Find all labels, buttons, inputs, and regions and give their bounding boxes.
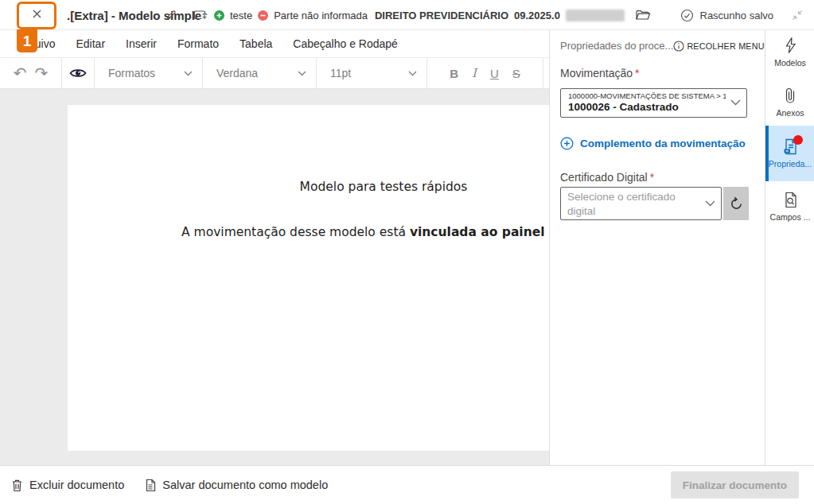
text-style-group: B I U S xyxy=(427,58,543,88)
delete-document-label: Excluir documento xyxy=(29,479,124,491)
collapse-menu-button[interactable]: RECOLHER MENU xyxy=(673,41,764,52)
movimentacao-path: 1000000-MOVIMENTAÇÕES DE SISTEMA > 10 xyxy=(568,91,726,100)
history-group: ↶ ↷ xyxy=(0,58,62,88)
formats-dropdown[interactable]: Formatos xyxy=(95,58,203,88)
certificado-placeholder: Selecione o certificado digital xyxy=(567,191,676,217)
close-button[interactable] xyxy=(17,2,56,29)
menu-inserir[interactable]: Inserir xyxy=(115,37,167,50)
tab-propriedades-label: Proprieda... xyxy=(769,159,812,169)
tag-removed-label: Parte não informada xyxy=(274,10,368,21)
chevron-down-icon xyxy=(730,99,741,106)
chevron-down-icon xyxy=(705,200,715,207)
edit-title-pencil-icon[interactable] xyxy=(165,9,177,25)
check-circle-icon xyxy=(680,9,694,22)
chevron-down-icon xyxy=(298,71,306,76)
menu-tabela[interactable]: Tabela xyxy=(229,37,282,50)
strikethrough-button[interactable]: S xyxy=(512,67,520,80)
editor-canvas-area: Modelo para testes rápidos A movimentaçã… xyxy=(0,89,549,465)
plus-circle-icon xyxy=(560,137,574,150)
preview-group xyxy=(62,58,95,88)
movimentacao-value: 1000026 - Cadastrado xyxy=(568,101,726,113)
tab-anexos-label: Anexos xyxy=(776,108,804,118)
tab-campos[interactable]: Campos ... xyxy=(765,188,814,226)
case-meta-strip: teste Parte não informada DIREITO PREVID… xyxy=(193,0,651,30)
required-asterisk: * xyxy=(650,171,654,184)
save-as-template-label: Salvar documento como modelo xyxy=(162,479,328,491)
folder-icon[interactable] xyxy=(635,9,651,21)
format-toolbar: ↶ ↷ Formatos Verdana 11pt B I U S xyxy=(0,57,549,89)
required-asterisk: * xyxy=(635,67,639,79)
menu-cabecalho-rodape[interactable]: Cabeçalho e Rodapé xyxy=(282,37,408,50)
document-text-body: A movimentação desse modelo está vincula… xyxy=(68,225,549,239)
undo-icon[interactable]: ↶ xyxy=(14,65,27,81)
menu-formato[interactable]: Formato xyxy=(167,37,229,50)
right-tab-sidebar: Modelos Anexos Proprieda... Campos ... xyxy=(765,30,814,465)
document-editor-window: 1 .[Extra] - Modelo simples teste Parte … xyxy=(0,0,814,504)
notification-dot xyxy=(793,135,803,145)
collapse-window-icon[interactable] xyxy=(791,9,804,21)
complemento-movimentacao-link[interactable]: Complemento da movimentação xyxy=(560,137,746,150)
annotation-badge: 1 xyxy=(17,29,37,52)
paperclip-icon xyxy=(785,87,796,104)
tag-added-label: teste xyxy=(230,10,252,21)
tag-removed-icon xyxy=(258,10,268,21)
formats-dropdown-value: Formatos xyxy=(108,67,155,79)
menu-bar: Arquivo Editar Inserir Formato Tabela Ca… xyxy=(0,30,549,57)
document-title: .[Extra] - Modelo simples xyxy=(67,0,208,30)
draft-status-label: Rascunho salvo xyxy=(700,10,774,21)
case-area-label: DIREITO PREVIDENCIÁRIO xyxy=(375,10,508,21)
delete-document-button[interactable]: Excluir documento xyxy=(11,479,124,492)
lightning-icon xyxy=(783,37,798,54)
chevron-down-icon xyxy=(408,71,417,76)
font-family-dropdown[interactable]: Verdana xyxy=(203,58,317,88)
italic-button[interactable]: I xyxy=(472,66,477,80)
collapse-menu-label: RECOLHER MENU xyxy=(687,41,764,51)
redo-icon[interactable]: ↷ xyxy=(35,65,49,81)
document-search-icon xyxy=(783,192,798,208)
bold-button[interactable]: B xyxy=(450,67,458,80)
trash-icon xyxy=(11,479,23,492)
properties-panel: Propriedades do proce... RECOLHER MENU M… xyxy=(549,30,765,465)
document-page[interactable]: Modelo para testes rápidos A movimentaçã… xyxy=(68,105,549,451)
menu-editar[interactable]: Editar xyxy=(65,37,115,50)
tab-propriedades-active[interactable]: Proprieda... xyxy=(765,126,814,181)
tag-added-icon xyxy=(214,10,224,21)
document-properties-icon xyxy=(783,138,798,155)
movimentacao-select[interactable]: 1000000-MOVIMENTAÇÕES DE SISTEMA > 10 10… xyxy=(560,88,747,118)
underline-button[interactable]: U xyxy=(490,67,499,80)
top-bar: 1 .[Extra] - Modelo simples teste Parte … xyxy=(0,0,814,30)
tab-anexos[interactable]: Anexos xyxy=(765,84,814,119)
movimentacao-label: Movimentação* xyxy=(560,67,640,79)
preview-eye-icon[interactable] xyxy=(68,66,88,80)
info-icon xyxy=(673,41,684,52)
finalize-document-button[interactable]: Finalizar documento xyxy=(671,471,799,498)
tab-modelos-label: Modelos xyxy=(774,58,806,68)
draft-status-area: Rascunho salvo xyxy=(680,0,804,30)
font-family-value: Verdana xyxy=(216,67,258,79)
case-number: 09.2025.0 xyxy=(514,10,560,21)
refresh-icon xyxy=(729,196,744,211)
certificado-label: Certificado Digital* xyxy=(560,171,654,184)
font-size-value: 11pt xyxy=(330,67,351,79)
screen-share-icon[interactable] xyxy=(193,9,208,22)
properties-panel-title: Propriedades do proce... xyxy=(560,40,673,52)
font-size-dropdown[interactable]: 11pt xyxy=(317,58,427,88)
tab-campos-label: Campos ... xyxy=(770,212,811,222)
footer-bar: Excluir documento Salvar documento como … xyxy=(0,465,814,504)
tab-modelos[interactable]: Modelos xyxy=(765,33,814,70)
document-icon xyxy=(145,479,156,492)
chevron-down-icon xyxy=(184,71,193,76)
redacted-case-number xyxy=(566,10,625,21)
close-icon xyxy=(31,8,43,23)
document-text-body-normal: A movimentação desse modelo está xyxy=(181,225,410,239)
certificado-row: Selecione o certificado digital xyxy=(560,187,749,220)
complemento-movimentacao-label: Complemento da movimentação xyxy=(580,138,746,149)
document-text-body-bold: vinculada ao painel extra xyxy=(410,225,549,239)
certificado-select[interactable]: Selecione o certificado digital xyxy=(560,187,722,220)
save-as-template-button[interactable]: Salvar documento como modelo xyxy=(145,479,328,492)
properties-panel-header: Propriedades do proce... RECOLHER MENU xyxy=(560,40,758,52)
document-text-title: Modelo para testes rápidos xyxy=(68,180,549,194)
refresh-certificates-button[interactable] xyxy=(723,187,749,220)
